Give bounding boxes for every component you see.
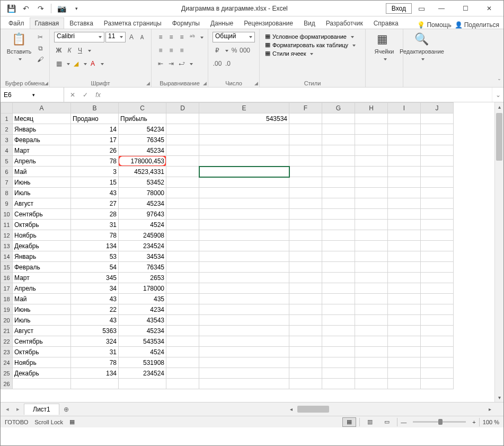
cell-A21[interactable]: Август bbox=[13, 326, 71, 336]
row-header-17[interactable]: 17 bbox=[1, 283, 13, 294]
cell-F8[interactable] bbox=[289, 188, 322, 198]
cell-I14[interactable] bbox=[388, 251, 421, 262]
paste-button[interactable]: 📋 Вставить bbox=[5, 31, 33, 64]
camera-icon[interactable]: 📷 bbox=[55, 2, 68, 15]
qat-customize-icon[interactable]: ▾ bbox=[69, 2, 83, 15]
row-header-10[interactable]: 10 bbox=[1, 209, 13, 220]
cell-H7[interactable] bbox=[355, 177, 388, 188]
cell-I3[interactable] bbox=[388, 135, 421, 145]
align-left-icon[interactable]: ≡ bbox=[156, 46, 165, 55]
align-top-icon[interactable]: ≡ bbox=[156, 32, 165, 42]
cell-B7[interactable]: 15 bbox=[71, 177, 119, 188]
wrap-text-icon[interactable]: ⮐ bbox=[177, 59, 187, 68]
dialog-launcher-icon[interactable]: ◢ bbox=[146, 81, 150, 86]
cell-I2[interactable] bbox=[388, 124, 421, 135]
cell-B12[interactable]: 78 bbox=[71, 230, 119, 241]
ribbon-options-icon[interactable]: ▭ bbox=[414, 2, 428, 15]
col-header-H[interactable]: H bbox=[355, 103, 388, 113]
tab-formulas[interactable]: Формулы bbox=[167, 18, 205, 29]
cell-F12[interactable] bbox=[289, 230, 322, 241]
row-header-25[interactable]: 25 bbox=[1, 368, 13, 379]
cell-D24[interactable] bbox=[166, 357, 199, 368]
cell-G26[interactable] bbox=[322, 379, 355, 389]
cell-B10[interactable]: 28 bbox=[71, 209, 119, 220]
cell-F22[interactable] bbox=[289, 336, 322, 347]
underline-button[interactable]: Ч bbox=[75, 46, 85, 55]
cell-A14[interactable]: Январь bbox=[13, 251, 71, 262]
share-button[interactable]: 👤Поделиться bbox=[455, 21, 499, 29]
cell-H16[interactable] bbox=[355, 273, 388, 283]
font-grow-icon[interactable]: A bbox=[127, 32, 136, 42]
row-header-21[interactable]: 21 bbox=[1, 326, 13, 336]
cell-J14[interactable] bbox=[421, 251, 454, 262]
cell-D15[interactable] bbox=[166, 262, 199, 273]
cell-A2[interactable]: Январь bbox=[13, 124, 71, 135]
cell-F1[interactable] bbox=[289, 113, 322, 124]
cell-B5[interactable]: 78 bbox=[71, 156, 119, 167]
cell-A20[interactable]: Июль bbox=[13, 315, 71, 326]
minimize-button[interactable]: — bbox=[431, 2, 452, 15]
cell-F3[interactable] bbox=[289, 135, 322, 145]
row-header-23[interactable]: 23 bbox=[1, 347, 13, 357]
cell-G24[interactable] bbox=[322, 357, 355, 368]
cell-G2[interactable] bbox=[322, 124, 355, 135]
cell-F20[interactable] bbox=[289, 315, 322, 326]
cell-F4[interactable] bbox=[289, 145, 322, 156]
cell-C1[interactable]: Прибыль bbox=[119, 113, 166, 124]
cell-F25[interactable] bbox=[289, 368, 322, 379]
cell-J11[interactable] bbox=[421, 220, 454, 230]
cell-D23[interactable] bbox=[166, 347, 199, 357]
cell-E13[interactable] bbox=[199, 241, 289, 251]
cell-H19[interactable] bbox=[355, 304, 388, 315]
cell-D6[interactable] bbox=[166, 167, 199, 177]
cell-H24[interactable] bbox=[355, 357, 388, 368]
cell-H25[interactable] bbox=[355, 368, 388, 379]
font-name-select[interactable]: Calibri bbox=[54, 32, 104, 42]
cell-B4[interactable]: 26 bbox=[71, 145, 119, 156]
cell-A12[interactable]: Ноябрь bbox=[13, 230, 71, 241]
cell-C8[interactable]: 78000 bbox=[119, 188, 166, 198]
italic-button[interactable]: К bbox=[65, 46, 74, 55]
dropdown-icon[interactable] bbox=[86, 47, 91, 54]
format-as-table-button[interactable]: ▦Форматировать как таблицу bbox=[264, 41, 361, 49]
dialog-launcher-icon[interactable]: ◢ bbox=[203, 81, 207, 86]
cells-button[interactable]: ▦ Ячейки bbox=[370, 31, 399, 62]
number-format-select[interactable]: Общий bbox=[213, 32, 255, 42]
cell-E22[interactable] bbox=[199, 336, 289, 347]
cell-F7[interactable] bbox=[289, 177, 322, 188]
cell-D3[interactable] bbox=[166, 135, 199, 145]
editing-button[interactable]: 🔍 Редактирование bbox=[408, 31, 436, 62]
cell-D9[interactable] bbox=[166, 198, 199, 209]
cell-F6[interactable] bbox=[289, 167, 322, 177]
cell-C12[interactable]: 245908 bbox=[119, 230, 166, 241]
cell-I6[interactable] bbox=[388, 167, 421, 177]
enter-icon[interactable]: ✓ bbox=[79, 91, 92, 99]
cell-D13[interactable] bbox=[166, 241, 199, 251]
redo-icon[interactable]: ↷ bbox=[34, 2, 48, 15]
cell-F17[interactable] bbox=[289, 283, 322, 294]
cell-C4[interactable]: 45234 bbox=[119, 145, 166, 156]
cell-H23[interactable] bbox=[355, 347, 388, 357]
cell-B17[interactable]: 34 bbox=[71, 283, 119, 294]
cell-J1[interactable] bbox=[421, 113, 454, 124]
cell-B25[interactable]: 134 bbox=[71, 368, 119, 379]
row-header-20[interactable]: 20 bbox=[1, 315, 13, 326]
cell-F14[interactable] bbox=[289, 251, 322, 262]
cell-J8[interactable] bbox=[421, 188, 454, 198]
cell-F23[interactable] bbox=[289, 347, 322, 357]
cell-C5[interactable]: 178000,453 bbox=[119, 156, 166, 167]
cell-I13[interactable] bbox=[388, 241, 421, 251]
cell-J21[interactable] bbox=[421, 326, 454, 336]
zoom-level[interactable]: 100 % bbox=[483, 419, 499, 425]
cell-E20[interactable] bbox=[199, 315, 289, 326]
cell-E25[interactable] bbox=[199, 368, 289, 379]
sheet-nav-next-icon[interactable]: ▸ bbox=[13, 406, 23, 413]
row-header-26[interactable]: 26 bbox=[1, 379, 13, 389]
cell-H4[interactable] bbox=[355, 145, 388, 156]
cell-I16[interactable] bbox=[388, 273, 421, 283]
cell-D16[interactable] bbox=[166, 273, 199, 283]
cell-A25[interactable]: Декабрь bbox=[13, 368, 71, 379]
col-header-B[interactable]: B bbox=[71, 103, 119, 113]
row-header-16[interactable]: 16 bbox=[1, 273, 13, 283]
cell-E23[interactable] bbox=[199, 347, 289, 357]
